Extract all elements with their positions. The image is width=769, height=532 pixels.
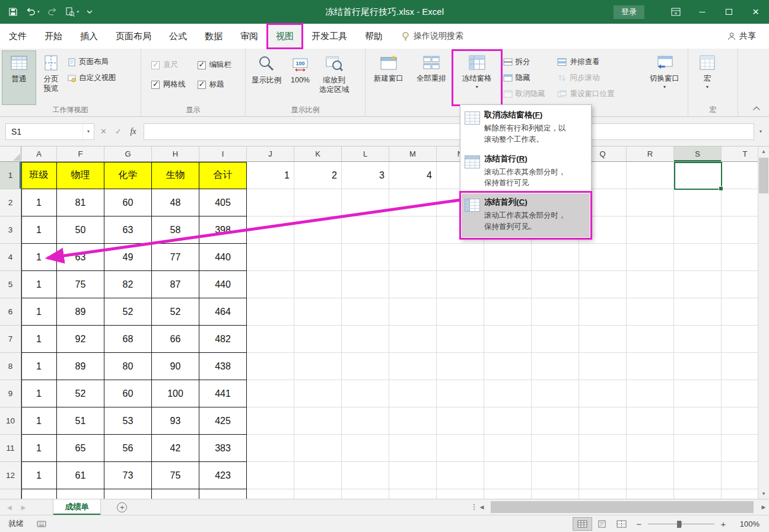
cell-O7[interactable] xyxy=(484,326,532,353)
column-header-S[interactable]: S xyxy=(674,146,722,162)
cell-M7[interactable] xyxy=(389,326,437,353)
cell-T3[interactable] xyxy=(722,216,758,244)
cell-K11[interactable] xyxy=(294,435,342,462)
cell-K6[interactable] xyxy=(294,298,342,326)
cell-G9[interactable]: 60 xyxy=(104,380,152,407)
cell-G5[interactable]: 82 xyxy=(104,271,152,298)
cell-I4[interactable]: 440 xyxy=(199,244,247,271)
cell-M3[interactable] xyxy=(389,216,437,244)
cell-L1[interactable]: 3 xyxy=(342,162,389,189)
cell-G12[interactable]: 73 xyxy=(104,462,152,489)
page-layout-view-button[interactable]: 页面布局 xyxy=(66,56,118,68)
cell-J8[interactable] xyxy=(247,353,294,380)
page-layout-view-shortcut[interactable] xyxy=(592,517,612,531)
row-header-13[interactable]: 13 xyxy=(0,489,21,499)
cell-A5[interactable]: 1 xyxy=(21,271,57,298)
cell-I13[interactable] xyxy=(199,489,247,499)
cell-R8[interactable] xyxy=(627,353,674,380)
menu-item-取消冻结窗格[interactable]: 取消冻结窗格(F)解除所有行和列锁定，以滚动整个工作表。 xyxy=(462,106,590,150)
cell-R4[interactable] xyxy=(627,244,674,271)
hide-button[interactable]: 隐藏 xyxy=(501,72,556,84)
cell-N4[interactable] xyxy=(437,244,484,271)
horizontal-scroll-track[interactable] xyxy=(487,499,758,515)
cell-R9[interactable] xyxy=(627,380,674,407)
cell-S5[interactable] xyxy=(674,271,722,298)
cell-N8[interactable] xyxy=(437,353,484,380)
cell-J12[interactable] xyxy=(247,462,294,489)
close-button[interactable]: × xyxy=(742,0,769,24)
cell-R11[interactable] xyxy=(627,435,674,462)
cell-M8[interactable] xyxy=(389,353,437,380)
row-header-3[interactable]: 3 xyxy=(0,216,21,244)
cell-M4[interactable] xyxy=(389,244,437,271)
tab-页面布局[interactable]: 页面布局 xyxy=(107,24,160,49)
row-header-6[interactable]: 6 xyxy=(0,298,21,326)
column-header-J[interactable]: J xyxy=(247,146,294,162)
cell-I9[interactable]: 441 xyxy=(199,380,247,407)
cell-L3[interactable] xyxy=(342,216,389,244)
cell-J9[interactable] xyxy=(247,380,294,407)
cell-Q5[interactable] xyxy=(579,271,627,298)
cell-F11[interactable]: 65 xyxy=(57,435,104,462)
cell-Q13[interactable] xyxy=(579,489,627,499)
cell-G13[interactable] xyxy=(104,489,152,499)
cell-S8[interactable] xyxy=(674,353,722,380)
cell-J7[interactable] xyxy=(247,326,294,353)
arrange-all-button[interactable]: 全部重排 xyxy=(410,50,453,105)
cell-F3[interactable]: 50 xyxy=(57,216,104,244)
page-break-view-shortcut[interactable] xyxy=(612,517,631,531)
prev-sheet-icon[interactable]: ◀ xyxy=(7,504,12,511)
cell-N7[interactable] xyxy=(437,326,484,353)
cell-I3[interactable]: 398 xyxy=(199,216,247,244)
column-header-T[interactable]: T xyxy=(722,146,758,162)
horizontal-scroll-thumb[interactable] xyxy=(491,501,754,513)
cell-S11[interactable] xyxy=(674,435,722,462)
reset-window-position-button[interactable]: 重设窗口位置 xyxy=(555,88,643,100)
switch-windows-button[interactable]: 切换窗口 ▾ xyxy=(643,50,686,105)
cell-I8[interactable]: 438 xyxy=(199,353,247,380)
next-sheet-icon[interactable]: ▶ xyxy=(21,504,26,511)
tab-公式[interactable]: 公式 xyxy=(160,24,196,49)
cell-T12[interactable] xyxy=(722,462,758,489)
cell-K4[interactable] xyxy=(294,244,342,271)
cell-P12[interactable] xyxy=(532,462,579,489)
cell-J3[interactable] xyxy=(247,216,294,244)
zoom-slider[interactable] xyxy=(648,517,714,531)
view-side-by-side-button[interactable]: 并排查看 xyxy=(555,56,643,68)
column-header-G[interactable]: G xyxy=(104,146,152,162)
cell-F6[interactable]: 89 xyxy=(57,298,104,326)
column-header-H[interactable]: H xyxy=(152,146,199,162)
enter-icon[interactable]: ✓ xyxy=(111,123,126,140)
row-header-12[interactable]: 12 xyxy=(0,462,21,489)
cell-H12[interactable]: 75 xyxy=(152,462,199,489)
zoom-to-selection-button[interactable]: 缩放到 选定区域 xyxy=(315,50,353,105)
save-icon[interactable] xyxy=(8,7,18,17)
freeze-panes-button[interactable]: 冻结窗格 ▾ xyxy=(453,50,501,105)
cell-N12[interactable] xyxy=(437,462,484,489)
custom-views-button[interactable]: 自定义视图 xyxy=(66,72,118,84)
normal-view-button[interactable]: 普通 xyxy=(2,50,36,105)
cell-I1[interactable]: 合计 xyxy=(199,162,247,189)
cell-H2[interactable]: 48 xyxy=(152,189,199,216)
column-header-L[interactable]: L xyxy=(342,146,389,162)
cell-I5[interactable]: 440 xyxy=(199,271,247,298)
cell-Q6[interactable] xyxy=(579,298,627,326)
print-preview-icon[interactable]: ▾ xyxy=(65,7,80,17)
cell-L8[interactable] xyxy=(342,353,389,380)
cell-R10[interactable] xyxy=(627,407,674,435)
selected-cell-S1[interactable] xyxy=(674,162,722,190)
cell-R12[interactable] xyxy=(627,462,674,489)
share-button[interactable]: 共享 xyxy=(727,24,769,49)
cell-P9[interactable] xyxy=(532,380,579,407)
split-button[interactable]: 拆分 xyxy=(501,56,556,68)
cell-T10[interactable] xyxy=(722,407,758,435)
cell-O12[interactable] xyxy=(484,462,532,489)
column-header-R[interactable]: R xyxy=(627,146,674,162)
cell-H4[interactable]: 77 xyxy=(152,244,199,271)
tab-帮助[interactable]: 帮助 xyxy=(356,24,392,49)
cell-G11[interactable]: 56 xyxy=(104,435,152,462)
cell-O11[interactable] xyxy=(484,435,532,462)
cell-Q12[interactable] xyxy=(579,462,627,489)
cell-A12[interactable]: 1 xyxy=(21,462,57,489)
cell-N5[interactable] xyxy=(437,271,484,298)
